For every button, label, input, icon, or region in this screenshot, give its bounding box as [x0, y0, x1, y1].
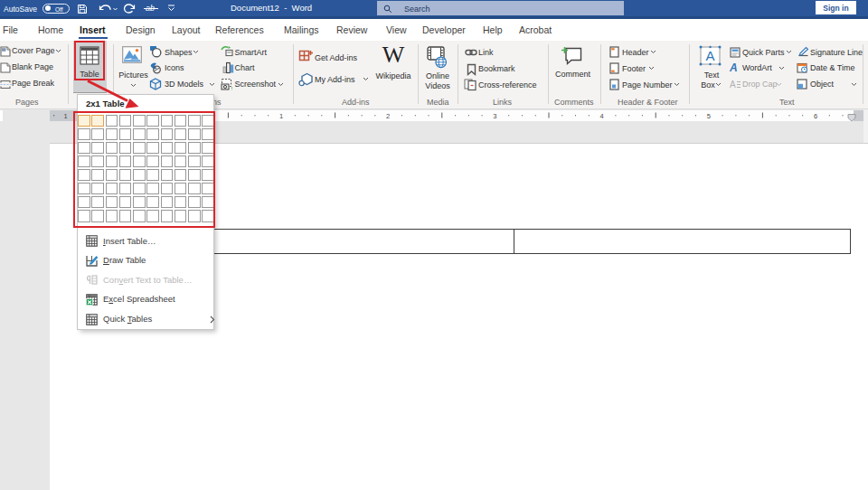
- svg-text:1: 1: [63, 112, 67, 120]
- svg-text:4: 4: [600, 112, 604, 120]
- svg-text:5: 5: [707, 112, 711, 120]
- svg-text:6: 6: [814, 112, 817, 120]
- svg-text:2: 2: [386, 112, 390, 120]
- svg-text:3: 3: [493, 112, 496, 120]
- svg-text:1: 1: [279, 112, 283, 120]
